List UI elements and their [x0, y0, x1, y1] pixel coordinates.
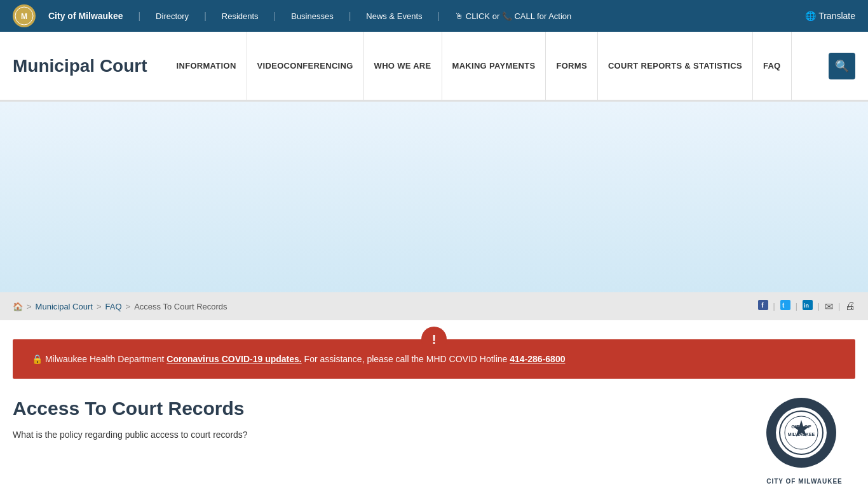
- court-seal: CITY OF MILWAUKEE: [766, 398, 843, 474]
- alert-phone-link[interactable]: 414-286-6800: [510, 354, 565, 364]
- social-icons: f | t | in | ✉ | 🖨: [758, 300, 856, 313]
- twitter-icon[interactable]: t: [780, 300, 790, 313]
- nav-videoconferencing[interactable]: VIDEOCONFERENCING: [247, 32, 364, 100]
- content: Access To Court Records What is the poli…: [0, 379, 868, 488]
- svg-text:f: f: [761, 301, 764, 309]
- content-main: Access To Court Records What is the poli…: [13, 398, 735, 488]
- sep-2: >: [97, 302, 102, 311]
- search-button[interactable]: 🔍: [829, 53, 855, 79]
- translate-label: Translate: [818, 11, 855, 21]
- nav-court-reports[interactable]: COURT REPORTS & STATISTICS: [598, 32, 753, 100]
- court-seal-city: CITY OF MILWAUKEE: [766, 478, 843, 485]
- banner-image: [0, 102, 868, 292]
- svg-text:in: in: [804, 302, 809, 309]
- alert-covid-link[interactable]: Coronavirus COVID-19 updates.: [166, 354, 301, 364]
- nav-information[interactable]: INFORMATION: [166, 32, 247, 100]
- nav-faq[interactable]: FAQ: [753, 32, 792, 100]
- top-bar: M City of Milwaukee | Directory | Reside…: [0, 0, 868, 32]
- home-icon: 🏠: [13, 302, 23, 311]
- residents-link[interactable]: Residents: [222, 11, 259, 21]
- translate-button[interactable]: 🌐 Translate: [805, 11, 855, 21]
- phone-icon: 📞: [502, 11, 512, 21]
- nav-making-payments[interactable]: MAKING PAYMENTS: [442, 32, 546, 100]
- alert-text-after: For assistance, please call the MHD COVI…: [304, 354, 510, 364]
- exclamation-icon: !: [432, 332, 437, 347]
- email-icon[interactable]: ✉: [825, 301, 833, 313]
- main-nav: Municipal Court INFORMATION VIDEOCONFERE…: [0, 32, 868, 102]
- search-icon: 🔍: [835, 59, 849, 73]
- page-subtitle: What is the policy regarding public acce…: [13, 430, 735, 440]
- breadcrumb-bar: 🏠 > Municipal Court > FAQ > Access To Co…: [0, 292, 868, 320]
- breadcrumb-home[interactable]: 🏠: [13, 302, 23, 311]
- page-title: Access To Court Records: [13, 398, 735, 419]
- sep-3: >: [126, 302, 131, 311]
- breadcrumb-faq[interactable]: FAQ: [105, 302, 122, 311]
- businesses-link[interactable]: Businesses: [291, 11, 333, 21]
- alert-lock-icon: 🔒: [32, 354, 43, 364]
- alert-text-before: Milwaukee Health Department: [45, 354, 166, 364]
- directory-link[interactable]: Directory: [156, 11, 189, 21]
- content-side: CITY OF MILWAUKEE CITY OF MILWAUKEE MUNI…: [754, 398, 855, 488]
- globe-icon: 🌐: [805, 11, 816, 21]
- breadcrumb-current: Access To Court Records: [134, 302, 227, 311]
- print-icon[interactable]: 🖨: [845, 301, 855, 312]
- site-title: Municipal Court: [13, 56, 147, 76]
- breadcrumb-municipal-court[interactable]: Municipal Court: [36, 302, 93, 311]
- sep-1: >: [27, 302, 32, 311]
- nav-who-we-are[interactable]: WHO WE ARE: [364, 32, 442, 100]
- separator-1: |: [138, 11, 140, 21]
- city-logo: M: [13, 4, 36, 27]
- facebook-icon[interactable]: f: [758, 300, 768, 313]
- alert-icon: !: [421, 327, 447, 352]
- news-events-link[interactable]: News & Events: [366, 11, 422, 21]
- breadcrumb: 🏠 > Municipal Court > FAQ > Access To Co…: [13, 302, 227, 311]
- nav-links: INFORMATION VIDEOCONFERENCING WHO WE ARE…: [166, 32, 822, 100]
- cursor-icon: 🖱: [455, 11, 463, 21]
- nav-forms[interactable]: FORMS: [546, 32, 597, 100]
- linkedin-icon[interactable]: in: [803, 300, 813, 313]
- alert-wrapper: ! 🔒 Milwaukee Health Department Coronavi…: [13, 339, 855, 379]
- svg-text:M: M: [21, 12, 27, 21]
- click-call-link[interactable]: 🖱 CLICK or 📞 CALL for Action: [455, 11, 571, 21]
- city-name-link[interactable]: City of Milwaukee: [48, 11, 123, 21]
